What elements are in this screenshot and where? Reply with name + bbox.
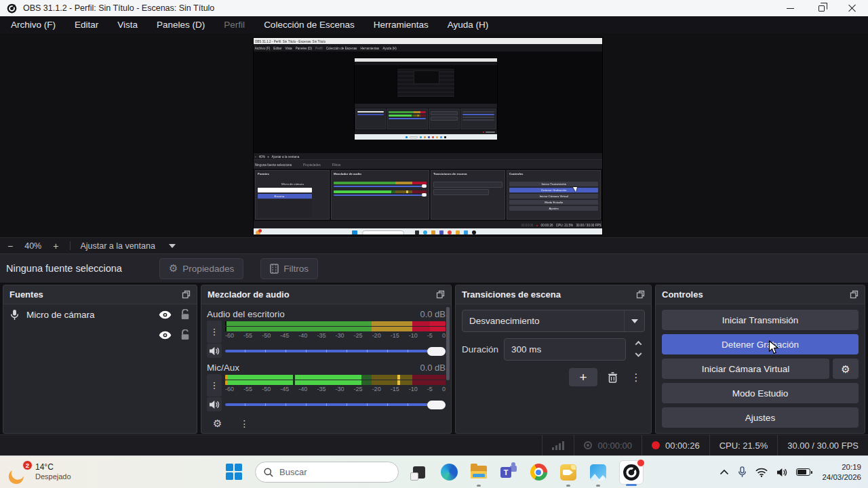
start-streaming-button[interactable]: Iniciar Transmisión xyxy=(662,310,859,330)
advanced-audio-gear-icon[interactable] xyxy=(213,418,222,430)
minimize-button[interactable] xyxy=(774,0,806,16)
dock-float-icon[interactable] xyxy=(636,290,645,299)
properties-button[interactable]: Propiedades xyxy=(159,258,243,279)
mixer-menu-icon[interactable] xyxy=(239,418,249,429)
stop-recording-button[interactable]: Detener Grabación xyxy=(662,334,859,354)
menu-paneles[interactable]: Paneles (D) xyxy=(147,16,214,33)
notification-badge: 2 xyxy=(22,460,33,470)
speaker-icon xyxy=(209,400,220,409)
weather-widget[interactable]: 2 14°C Despejado xyxy=(8,456,71,488)
delete-transition-button[interactable] xyxy=(604,369,621,386)
file-explorer-button[interactable] xyxy=(469,460,488,485)
chrome-icon xyxy=(530,464,547,481)
cpu-usage: CPU: 21.5% xyxy=(709,435,778,455)
close-button[interactable] xyxy=(837,0,868,16)
mixer-scrollbar[interactable] xyxy=(446,307,450,380)
start-button[interactable] xyxy=(224,460,244,485)
signal-bars-icon xyxy=(552,441,564,450)
controls-panel: Controles Iniciar Transmisión Detener Gr… xyxy=(655,285,865,434)
preview-region: OBS 31.1.2 - Perfil: Sin Título - Escena… xyxy=(0,33,868,237)
tray-microphone-icon[interactable] xyxy=(738,466,747,478)
visibility-eye-icon[interactable] xyxy=(159,331,172,340)
chrome-app-button[interactable] xyxy=(529,460,548,485)
mini-titlebar: OBS 31.1.2 - Perfil: Sin Título - Escena… xyxy=(254,38,602,44)
photos-icon xyxy=(590,464,606,481)
sources-panel: Fuentes Micro de cámara xyxy=(3,285,197,434)
wifi-icon[interactable] xyxy=(755,468,768,477)
dock-float-icon[interactable] xyxy=(436,290,445,299)
clock[interactable]: 20:19 24/03/2026 xyxy=(822,462,861,483)
lock-icon[interactable] xyxy=(180,309,190,320)
virtual-camera-settings-button[interactable] xyxy=(833,359,859,379)
edge-app-button[interactable] xyxy=(439,460,458,485)
scene-preview[interactable]: OBS 31.1.2 - Perfil: Sin Título - Escena… xyxy=(253,37,603,235)
slider-track xyxy=(225,350,446,352)
settings-button[interactable]: Ajustes xyxy=(662,407,859,428)
visibility-eye-icon[interactable] xyxy=(159,310,172,319)
spin-down-button[interactable] xyxy=(631,350,645,361)
volume-slider[interactable] xyxy=(225,344,446,358)
speaker-icon xyxy=(209,346,220,356)
transition-select[interactable]: Desvanecimiento xyxy=(462,310,645,332)
photos-app-button[interactable] xyxy=(589,460,608,485)
chevron-down-icon[interactable] xyxy=(169,244,176,248)
gear-icon xyxy=(169,263,178,274)
task-view-button[interactable] xyxy=(410,460,429,485)
restore-icon xyxy=(818,5,825,12)
lock-icon[interactable] xyxy=(180,329,190,340)
channel-menu-button[interactable] xyxy=(207,321,222,343)
tray-speaker-icon[interactable] xyxy=(776,468,787,477)
meter-scale: -60-55-50-45-40-35-30-25-20-15-10-50 xyxy=(225,386,446,393)
taskbar-search[interactable]: Buscar xyxy=(255,462,399,483)
spin-up-button[interactable] xyxy=(631,338,645,348)
minimize-icon xyxy=(787,8,794,9)
zoom-level: 40% xyxy=(20,241,45,251)
volume-slider[interactable] xyxy=(225,398,446,411)
transition-menu-button[interactable] xyxy=(627,369,645,386)
volume-meter xyxy=(225,321,446,332)
fit-to-window-select[interactable]: Ajustar a la ventana xyxy=(75,241,161,251)
duration-label: Duración xyxy=(462,344,498,354)
mute-button[interactable] xyxy=(207,397,222,411)
channel-menu-button[interactable] xyxy=(207,374,222,396)
weather-condition: Despejado xyxy=(35,472,71,482)
capture-app-icon xyxy=(560,464,576,481)
filters-button[interactable]: Filtros xyxy=(260,258,318,279)
menu-coleccion[interactable]: Colección de Escenas xyxy=(254,16,364,33)
menu-vista[interactable]: Vista xyxy=(108,16,147,33)
slider-track xyxy=(225,403,446,406)
duration-input[interactable]: 300 ms xyxy=(504,338,626,361)
menu-herramientas[interactable]: Herramientas xyxy=(364,16,438,33)
titlebar: OBS 31.1.2 - Perfil: Sin Título - Escena… xyxy=(0,0,868,16)
add-transition-button[interactable]: + xyxy=(569,368,597,386)
capture-app-button[interactable] xyxy=(559,460,578,485)
menu-ayuda[interactable]: Ayuda (H) xyxy=(438,16,498,33)
obs-app-button[interactable] xyxy=(618,460,644,485)
statusbar: 00:00:00 00:00:26 CPU: 21.5% 30.00 / 30.… xyxy=(0,434,868,455)
menu-archivo[interactable]: Archivo (F) xyxy=(1,16,65,33)
slider-handle[interactable] xyxy=(427,347,446,356)
battery-icon[interactable] xyxy=(796,468,810,476)
clock-date: 24/03/2026 xyxy=(822,472,861,483)
task-view-icon xyxy=(413,466,425,479)
dock-float-icon[interactable] xyxy=(182,290,191,299)
zoom-out-button[interactable]: − xyxy=(0,241,20,251)
source-row-2[interactable] xyxy=(3,325,197,345)
menu-perfil[interactable]: Perfil xyxy=(214,16,254,33)
dock-panels: Fuentes Micro de cámara xyxy=(0,283,868,434)
teams-app-button[interactable]: T xyxy=(499,460,518,485)
start-virtual-camera-button[interactable]: Iniciar Cámara Virtual xyxy=(662,359,829,379)
mute-button[interactable] xyxy=(207,344,222,358)
channel-name: Mic/Aux xyxy=(207,363,239,373)
moon-icon xyxy=(6,466,26,486)
tray-chevron-up-icon[interactable] xyxy=(719,469,729,475)
dock-float-icon[interactable] xyxy=(850,290,859,299)
slider-handle[interactable] xyxy=(427,401,446,409)
zoom-in-button[interactable]: + xyxy=(45,241,66,251)
file-explorer-icon xyxy=(471,466,487,479)
channel-level: 0.0 dB xyxy=(420,363,446,373)
source-row-mic[interactable]: Micro de cámara xyxy=(3,304,197,325)
menu-editar[interactable]: Editar xyxy=(65,16,108,33)
studio-mode-button[interactable]: Modo Estudio xyxy=(662,383,859,403)
restore-button[interactable] xyxy=(806,0,837,16)
